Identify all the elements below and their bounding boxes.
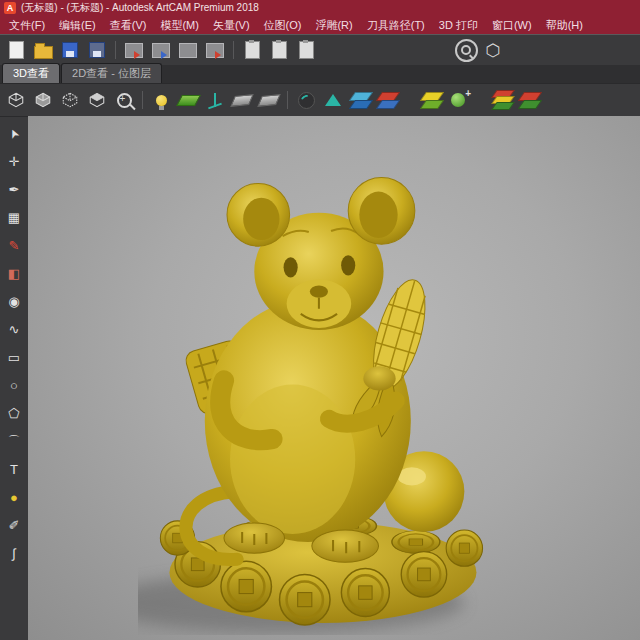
- zoom-tool-icon[interactable]: [454, 38, 478, 62]
- sculpt-pencil-icon[interactable]: ✎: [3, 235, 25, 256]
- tab-2d-view[interactable]: 2D查看 - 位图层: [61, 63, 162, 83]
- clipboard-copy-icon[interactable]: [240, 38, 264, 62]
- layers-yellow-green-icon[interactable]: [419, 88, 443, 112]
- separator: [287, 91, 288, 109]
- main-toolbar: ⬡: [0, 34, 640, 65]
- eraser-glyph: ◧: [8, 267, 20, 280]
- menu-vector[interactable]: 矢量(V): [206, 17, 257, 34]
- save-model-icon[interactable]: [58, 38, 82, 62]
- rotate-orbit-icon[interactable]: [294, 88, 318, 112]
- spline-tool-glyph: ∫: [12, 547, 16, 560]
- rectangle-tool-icon[interactable]: ▭: [3, 347, 25, 368]
- menu-bitmap[interactable]: 位图(O): [257, 17, 309, 34]
- iso-cube-1-icon[interactable]: [4, 88, 28, 112]
- menu-3d-print[interactable]: 3D 打印: [432, 17, 485, 34]
- droplet-tool-glyph: ●: [10, 491, 18, 504]
- draft-bulb-icon[interactable]: [149, 88, 173, 112]
- rectangle-tool-glyph: ▭: [8, 351, 20, 364]
- stack-multicolor-icon[interactable]: [490, 88, 514, 112]
- layers-red-green-icon[interactable]: [517, 88, 541, 112]
- separator: [142, 91, 143, 109]
- sculpt-pencil-glyph: ✎: [9, 239, 20, 252]
- separator: [233, 41, 234, 59]
- relief-export-icon[interactable]: [149, 38, 173, 62]
- polygon-tool-glyph: ⬠: [8, 407, 19, 420]
- polygon-tool-icon[interactable]: ⬠: [3, 403, 25, 424]
- node-edit-glyph: ✛: [9, 155, 20, 168]
- new-model-icon[interactable]: [4, 38, 28, 62]
- workspace: ➤ ✛ ✒ ▦ ✎ ◧ ◉ ∿ ▭ ○ ⬠ ⌒ T ● ✐ ∫: [0, 116, 640, 640]
- ellipse-tool-icon[interactable]: ○: [3, 375, 25, 396]
- text-tool-glyph: T: [10, 463, 18, 476]
- iso-cube-2-icon[interactable]: [31, 88, 55, 112]
- freehand-select-icon[interactable]: ∿: [3, 319, 25, 340]
- layers-red-blue-icon[interactable]: [375, 88, 399, 112]
- tool-palette: ➤ ✛ ✒ ▦ ✎ ◧ ◉ ∿ ▭ ○ ⬠ ⌒ T ● ✐ ∫: [0, 116, 28, 640]
- node-edit-icon[interactable]: ✛: [3, 151, 25, 172]
- origin-axes-icon[interactable]: [203, 88, 227, 112]
- iso-plane-2-icon[interactable]: [257, 88, 281, 112]
- menu-bar: 文件(F) 编辑(E) 查看(V) 模型(M) 矢量(V) 位图(O) 浮雕(R…: [0, 16, 640, 34]
- title-bar: A (无标题) - (无标题) - Autodesk ArtCAM Premiu…: [0, 0, 640, 16]
- menu-file[interactable]: 文件(F): [2, 17, 52, 34]
- tab-2d-label: 2D查看 - 位图层: [72, 67, 151, 79]
- tab-3d-label: 3D查看: [13, 67, 49, 79]
- model-compare-icon[interactable]: [203, 38, 227, 62]
- view-tab-bar: 3D查看 2D查看 - 位图层: [0, 65, 640, 83]
- spline-tool-icon[interactable]: ∫: [3, 543, 25, 564]
- measure-pen-glyph: ✒: [9, 183, 20, 196]
- iso-cube-4-icon[interactable]: [85, 88, 109, 112]
- viewport-3d[interactable]: [28, 116, 640, 640]
- view-3d-toolbar: [0, 83, 640, 116]
- app-window: A (无标题) - (无标题) - Autodesk ArtCAM Premiu…: [0, 0, 640, 640]
- sphere-add-icon[interactable]: [446, 88, 470, 112]
- droplet-tool-icon[interactable]: ●: [3, 487, 25, 508]
- select-cursor-icon[interactable]: ➤: [3, 123, 25, 144]
- arc-tool-glyph: ⌒: [8, 435, 21, 448]
- smudge-icon[interactable]: ◉: [3, 291, 25, 312]
- save-as-icon[interactable]: [85, 38, 109, 62]
- menu-window[interactable]: 窗口(W): [485, 17, 539, 34]
- menu-toolpaths[interactable]: 刀具路径(T): [360, 17, 432, 34]
- zoom-objects-icon[interactable]: [112, 88, 136, 112]
- freehand-select-glyph: ∿: [9, 323, 20, 336]
- tab-3d-view[interactable]: 3D查看: [2, 63, 60, 83]
- relief-import-icon[interactable]: [122, 38, 146, 62]
- mesh-grid-icon[interactable]: ▦: [3, 207, 25, 228]
- menu-model[interactable]: 模型(M): [153, 17, 206, 34]
- iso-plane-1-icon[interactable]: [230, 88, 254, 112]
- model-transfer-icon[interactable]: [176, 38, 200, 62]
- golden-rat-statue-model: [138, 130, 518, 635]
- menu-help[interactable]: 帮助(H): [539, 17, 590, 34]
- brush-tool-icon[interactable]: ✐: [3, 515, 25, 536]
- teal-triangle-icon[interactable]: [321, 88, 345, 112]
- smudge-glyph: ◉: [8, 295, 19, 308]
- ellipse-tool-glyph: ○: [10, 379, 18, 392]
- material-hexagon-icon[interactable]: ⬡: [481, 38, 505, 62]
- text-tool-icon[interactable]: T: [3, 459, 25, 480]
- open-model-icon[interactable]: [31, 38, 55, 62]
- artcam-logo-icon: A: [4, 2, 16, 14]
- mesh-grid-glyph: ▦: [8, 211, 20, 224]
- relief-plane-icon[interactable]: [176, 88, 200, 112]
- layers-blue-icon[interactable]: [348, 88, 372, 112]
- brush-tool-glyph: ✐: [9, 519, 20, 532]
- menu-relief[interactable]: 浮雕(R): [308, 17, 359, 34]
- separator: [115, 41, 116, 59]
- arc-tool-icon[interactable]: ⌒: [3, 431, 25, 452]
- measure-pen-icon[interactable]: ✒: [3, 179, 25, 200]
- select-cursor-glyph: ➤: [6, 126, 21, 140]
- menu-edit[interactable]: 编辑(E): [52, 17, 103, 34]
- clipboard-paste-icon[interactable]: [267, 38, 291, 62]
- window-title: (无标题) - (无标题) - Autodesk ArtCAM Premium …: [21, 1, 259, 15]
- clipboard-preview-icon[interactable]: [294, 38, 318, 62]
- iso-cube-3-icon[interactable]: [58, 88, 82, 112]
- eraser-icon[interactable]: ◧: [3, 263, 25, 284]
- menu-view[interactable]: 查看(V): [103, 17, 154, 34]
